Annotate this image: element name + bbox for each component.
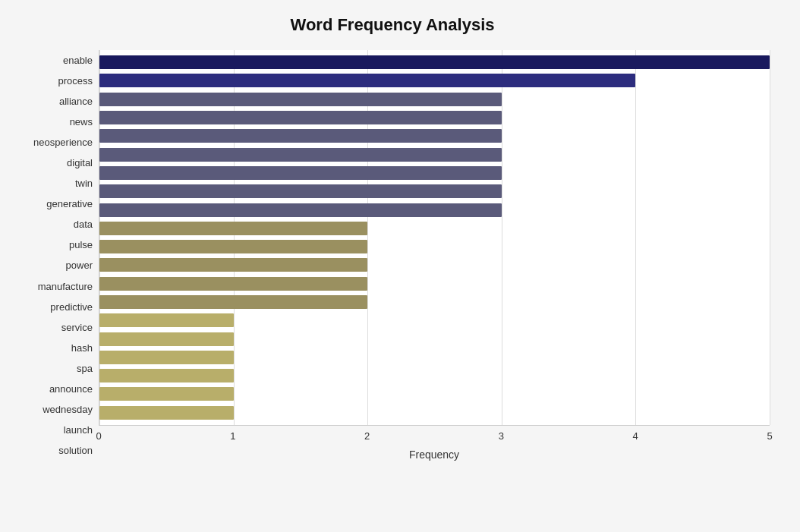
bar-row (99, 146, 770, 163)
y-label: wednesday (43, 401, 93, 417)
y-label: twin (75, 175, 93, 192)
x-axis-label: 0 (96, 430, 101, 442)
bar (99, 222, 367, 235)
bar-row (99, 257, 770, 273)
bar (99, 93, 502, 106)
bar-row (99, 312, 770, 329)
bar (99, 166, 502, 180)
bars-container (99, 50, 770, 425)
bar (99, 313, 234, 327)
grid-and-bars (99, 50, 770, 426)
plot-area: 012345 Frequency (99, 50, 770, 461)
bar-row (99, 127, 770, 144)
bar (99, 184, 502, 198)
bar (99, 406, 234, 420)
bar (99, 369, 234, 382)
y-label: process (58, 73, 93, 90)
y-label: announce (49, 380, 93, 397)
grid-line (770, 50, 770, 425)
bar (99, 148, 502, 162)
y-label: news (70, 114, 93, 131)
bar-row (99, 367, 770, 384)
x-axis-labels: 012345 (99, 430, 770, 445)
y-label: power (66, 257, 93, 274)
bar-row (99, 294, 770, 310)
bar (99, 332, 234, 346)
bar (99, 203, 502, 217)
chart-title: Word Frequency Analysis (15, 15, 770, 35)
bar-row (99, 91, 770, 108)
y-label: neosperience (33, 134, 93, 151)
bar-row (99, 165, 770, 181)
x-axis-label: 1 (230, 430, 235, 442)
bar-row (99, 349, 770, 366)
bar (99, 129, 502, 143)
y-label: manufacture (38, 278, 93, 294)
y-label: enable (63, 52, 93, 69)
bar (99, 295, 367, 309)
y-axis: enableprocessalliancenewsneosperiencedig… (15, 50, 99, 461)
bar-row (99, 405, 770, 421)
x-axis-label: 4 (633, 430, 638, 442)
y-label: digital (67, 155, 93, 172)
x-axis-label: 5 (767, 430, 772, 442)
bar-row (99, 238, 770, 255)
y-label: service (61, 319, 93, 335)
chart-area: enableprocessalliancenewsneosperiencedig… (15, 50, 770, 461)
y-label: hash (71, 339, 93, 356)
bar (99, 351, 234, 364)
bar-row (99, 331, 770, 348)
x-axis-label: 2 (364, 430, 370, 442)
y-label: solution (58, 442, 93, 458)
bar (99, 55, 770, 69)
bar-row (99, 386, 770, 402)
y-label: spa (77, 360, 93, 376)
y-label: launch (64, 421, 93, 438)
bar-row (99, 109, 770, 126)
y-label: pulse (69, 237, 93, 253)
y-label: generative (46, 196, 93, 212)
bar-row (99, 275, 770, 292)
bar (99, 258, 367, 272)
y-label: data (74, 216, 93, 233)
bar (99, 111, 502, 124)
bar-row (99, 72, 770, 89)
bar-row (99, 54, 770, 71)
bar (99, 277, 367, 291)
x-axis-label: 3 (499, 430, 504, 442)
y-label: predictive (50, 298, 93, 315)
bar (99, 240, 367, 253)
bar (99, 387, 234, 401)
bar (99, 74, 635, 87)
bar-row (99, 202, 770, 219)
x-axis-title: Frequency (99, 449, 770, 461)
y-label: alliance (59, 93, 93, 110)
bar-row (99, 183, 770, 200)
chart-container: Word Frequency Analysis enableprocessall… (0, 0, 800, 532)
bar-row (99, 220, 770, 237)
